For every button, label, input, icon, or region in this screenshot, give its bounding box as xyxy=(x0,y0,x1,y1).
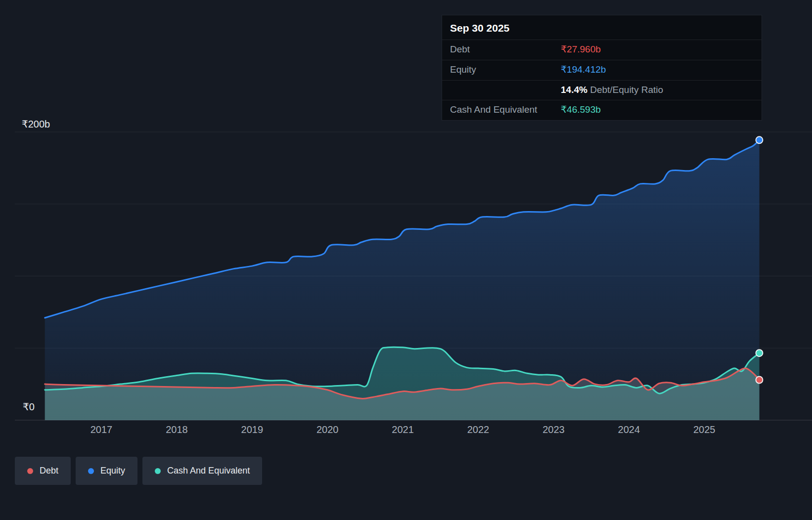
y-axis-label-200b: ₹200b xyxy=(22,118,50,130)
x-tick-label: 2019 xyxy=(241,424,264,435)
cash-dot-icon xyxy=(155,468,161,474)
tooltip-row-ratio: 14.4% Debt/Equity Ratio xyxy=(442,80,762,100)
legend-item-cash[interactable]: Cash And Equivalent xyxy=(142,457,262,485)
cash-and-equivalent-end-dot xyxy=(756,349,763,356)
tooltip-ratio: 14.4% Debt/Equity Ratio xyxy=(561,85,754,96)
chart-tooltip: Sep 30 2025 Debt ₹27.960b Equity ₹194.41… xyxy=(442,15,762,121)
tooltip-ratio-value: 14.4% xyxy=(561,85,587,95)
x-tick-label: 2023 xyxy=(542,424,565,435)
x-tick-label: 2020 xyxy=(316,424,339,435)
legend-item-debt[interactable]: Debt xyxy=(15,457,71,485)
legend-item-equity[interactable]: Equity xyxy=(76,457,137,485)
legend-label-cash: Cash And Equivalent xyxy=(167,466,250,476)
tooltip-row-cash: Cash And Equivalent ₹46.593b xyxy=(442,100,762,120)
debt-equity-history-chart: ₹200b ₹0 2017201820192020202120222023202… xyxy=(0,0,812,520)
tooltip-ratio-label: Debt/Equity Ratio xyxy=(590,85,663,95)
tooltip-debt-label: Debt xyxy=(450,44,561,55)
debt-end-dot xyxy=(756,376,763,383)
tooltip-equity-label: Equity xyxy=(450,64,561,76)
tooltip-ratio-spacer xyxy=(450,85,561,96)
tooltip-equity-value: ₹194.412b xyxy=(561,64,754,76)
x-tick-label: 2018 xyxy=(166,424,188,435)
x-tick-label: 2017 xyxy=(90,424,113,435)
legend-label-equity: Equity xyxy=(100,466,125,476)
y-axis-label-0: ₹0 xyxy=(23,401,35,413)
equity-dot-icon xyxy=(88,468,94,474)
tooltip-row-equity: Equity ₹194.412b xyxy=(442,60,762,80)
equity-end-dot xyxy=(756,136,763,143)
x-tick-label: 2021 xyxy=(392,424,414,435)
tooltip-debt-value: ₹27.960b xyxy=(561,44,754,55)
tooltip-cash-value: ₹46.593b xyxy=(561,104,754,116)
x-tick-label: 2025 xyxy=(693,424,716,435)
tooltip-cash-label: Cash And Equivalent xyxy=(450,104,561,116)
x-axis: 201720182019202020212022202320242025 xyxy=(0,424,812,439)
tooltip-row-debt: Debt ₹27.960b xyxy=(442,40,762,60)
legend-label-debt: Debt xyxy=(40,466,58,476)
debt-dot-icon xyxy=(27,468,33,474)
tooltip-date: Sep 30 2025 xyxy=(442,15,762,40)
x-tick-label: 2024 xyxy=(618,424,640,435)
x-tick-label: 2022 xyxy=(467,424,490,435)
legend: Debt Equity Cash And Equivalent xyxy=(15,457,262,485)
